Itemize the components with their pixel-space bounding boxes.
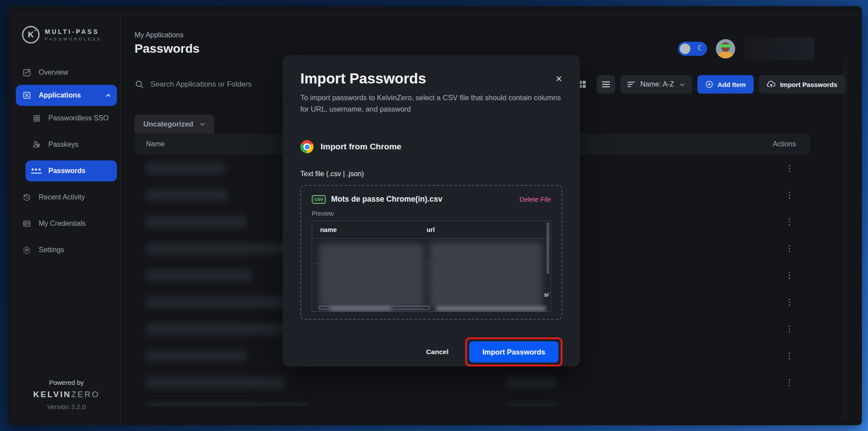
import-passwords-toolbar-button[interactable]: Import Passwords <box>759 75 845 94</box>
row-actions-button[interactable]: ⋮ <box>746 404 799 406</box>
modal-footer: Cancel Import Passwords <box>300 337 562 366</box>
passkey-person-icon <box>32 140 41 149</box>
sidebar-item-label: Passwordless SSO <box>48 114 111 122</box>
row-used-redaction <box>506 378 557 388</box>
row-name-redaction <box>146 163 225 174</box>
sidebar-item-applications[interactable]: Applications <box>16 85 117 106</box>
import-passwords-modal: Import Passwords ✕ To import passwords t… <box>283 55 580 366</box>
passwords-asterisks-icon: *** <box>32 166 41 176</box>
sidebar-item-my-credentials[interactable]: My Credentials <box>16 213 117 234</box>
sidebar-item-settings[interactable]: Settings <box>16 239 117 261</box>
view-and-actions: Name: A-Z Add Item Import Passwords <box>573 75 845 94</box>
row-actions-button[interactable]: ⋮ <box>746 351 799 361</box>
search-icon <box>135 80 144 89</box>
preview-horizontal-scrollbar[interactable] <box>318 306 430 310</box>
file-dropzone[interactable]: CSV Mots de passe Chrome(in).csv Delete … <box>300 185 562 320</box>
page-scrollbar[interactable] <box>844 58 847 419</box>
sort-dropdown[interactable]: Name: A-Z <box>620 75 692 94</box>
redacted-preview-names <box>319 244 424 309</box>
preview-label: Preview <box>312 210 551 217</box>
row-name-redaction <box>146 270 252 281</box>
selected-file-row: CSV Mots de passe Chrome(in).csv Delete … <box>312 195 551 204</box>
folder-tab-uncategorized[interactable]: Uncategorized <box>135 115 214 134</box>
sidebar-item-overview[interactable]: Overview <box>16 62 117 83</box>
logo-degree: ° <box>34 29 36 34</box>
upload-cloud-icon <box>767 80 776 88</box>
chrome-icon <box>300 140 314 153</box>
column-header-actions: Actions <box>746 140 799 148</box>
brand-logo-icon: K ° <box>22 26 40 43</box>
plus-circle-icon <box>705 80 713 88</box>
close-icon[interactable]: ✕ <box>555 74 562 84</box>
sidebar-item-label: Overview <box>39 69 111 76</box>
row-name-redaction <box>146 243 291 254</box>
import-passwords-submit-button[interactable]: Import Passwords <box>469 341 558 362</box>
list-icon <box>602 81 610 88</box>
redacted-preview-urls <box>429 242 542 309</box>
sidebar-item-label: Settings <box>39 246 111 254</box>
sidebar-item-passwordless-sso[interactable]: Passwordless SSO <box>26 108 117 129</box>
row-actions-button[interactable]: ⋮ <box>746 324 799 334</box>
chevron-down-icon <box>200 121 205 127</box>
gear-icon <box>22 245 32 255</box>
row-actions-button[interactable]: ⋮ <box>746 377 799 388</box>
row-actions-button[interactable]: ⋮ <box>746 243 799 254</box>
moon-icon: ☾ <box>697 43 704 53</box>
row-actions-button[interactable]: ⋮ <box>746 163 799 173</box>
avatar[interactable] <box>716 39 735 58</box>
applications-icon <box>22 91 32 100</box>
sidebar-item-label: Applications <box>39 91 98 99</box>
import-source-row: Import from Chrome <box>300 140 562 153</box>
list-view-button[interactable] <box>597 75 615 94</box>
row-name-redaction <box>146 216 246 228</box>
theme-toggle[interactable]: ☾ <box>678 42 707 56</box>
brand-logo: K ° MULTI-PASS PASSWORDLESS <box>12 14 120 43</box>
row-name-redaction <box>146 377 286 388</box>
table-row[interactable]: ⋮ <box>135 396 810 406</box>
row-name-redaction <box>146 189 228 201</box>
sidebar-item-passwords[interactable]: *** Passwords <box>26 160 117 181</box>
account-controls: ☾ <box>678 37 830 60</box>
row-actions-button[interactable]: ⋮ <box>746 190 799 200</box>
preview-partial-text: s/ <box>544 291 549 298</box>
sort-label: Name: A-Z <box>640 80 674 88</box>
file-name: Mots de passe Chrome(in).csv <box>331 195 514 204</box>
add-item-label: Add Item <box>718 81 746 88</box>
sidebar-item-label: Passwords <box>48 167 111 175</box>
sidebar: K ° MULTI-PASS PASSWORDLESS Overview <box>12 14 121 425</box>
preview-vertical-scrollbar[interactable] <box>547 222 549 274</box>
table-row[interactable]: ⋮ <box>135 369 810 396</box>
brand-tagline: PASSWORDLESS <box>45 36 102 41</box>
delete-file-link[interactable]: Delete File <box>519 196 551 203</box>
wordmark-light: ZERO <box>71 390 100 399</box>
annotation-highlight-box: Import Passwords <box>465 337 562 366</box>
row-actions-button[interactable]: ⋮ <box>746 217 799 227</box>
import-source-label: Import from Chrome <box>321 142 401 152</box>
chevron-down-icon[interactable] <box>823 45 830 52</box>
row-name-redaction <box>146 350 246 362</box>
powered-by-label: Powered by <box>12 379 120 386</box>
sidebar-item-label: Passkeys <box>48 141 111 148</box>
row-name-redaction <box>146 404 308 406</box>
file-field-label: Text file (.csv | .json) <box>300 170 562 178</box>
sidebar-item-recent-activity[interactable]: Recent Activity <box>16 187 117 208</box>
sidebar-footer: Powered by KELVINZERO Version 3.2.0 <box>12 379 120 410</box>
row-actions-button[interactable]: ⋮ <box>746 270 799 280</box>
overview-icon <box>22 68 32 77</box>
add-item-button[interactable]: Add Item <box>697 75 754 94</box>
row-actions-button[interactable]: ⋮ <box>746 297 799 307</box>
version-label: Version 3.2.0 <box>12 403 120 410</box>
cancel-button[interactable]: Cancel <box>426 348 449 356</box>
preview-column-name: name <box>312 226 427 233</box>
modal-description: To import passwords to KelvinZero, selec… <box>300 92 562 115</box>
import-passwords-toolbar-label: Import Passwords <box>780 81 837 88</box>
sso-grid-icon <box>32 113 41 123</box>
row-used-redaction <box>506 405 557 406</box>
kelvinzero-wordmark: KELVINZERO <box>12 390 120 399</box>
csv-preview-table: name url s/ <box>312 221 551 312</box>
modal-title: Import Passwords <box>300 70 555 87</box>
sidebar-nav: Overview Applications <box>12 61 120 261</box>
app-window: K ° MULTI-PASS PASSWORDLESS Overview <box>8 6 862 425</box>
preview-column-url: url <box>427 226 435 233</box>
sidebar-item-passkeys[interactable]: Passkeys <box>26 134 117 155</box>
